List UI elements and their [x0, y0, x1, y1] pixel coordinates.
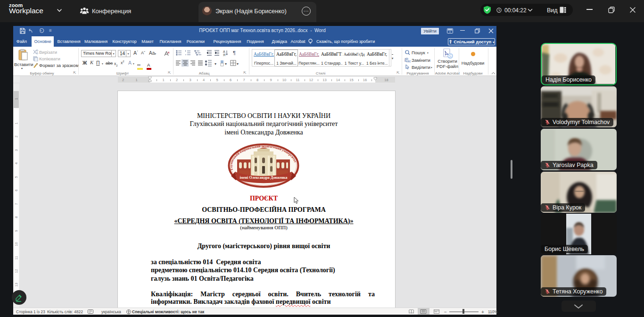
svg-text:імені Олександра Довженка: імені Олександра Довженка [239, 175, 287, 180]
svg-text:Я: Я [223, 53, 225, 57]
svg-text:▾: ▾ [225, 62, 227, 66]
svg-text:▾: ▾ [237, 62, 239, 66]
svg-text:▾: ▾ [215, 62, 216, 66]
svg-text:¶: ¶ [233, 50, 236, 56]
